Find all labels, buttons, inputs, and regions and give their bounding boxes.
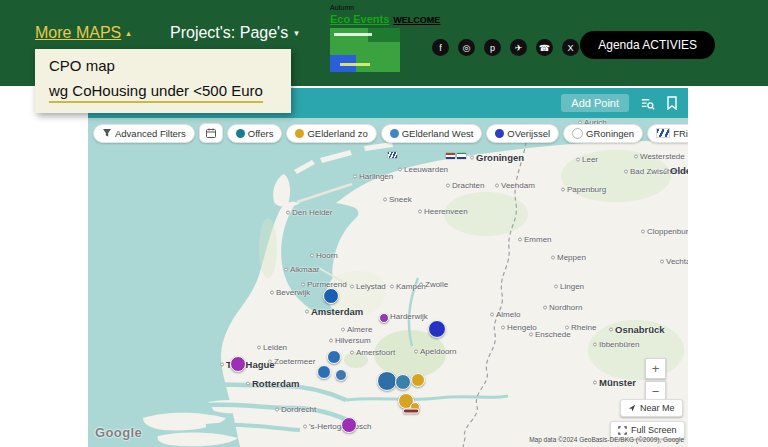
map-marker[interactable] <box>317 365 331 379</box>
city-label: Groningen <box>470 152 524 163</box>
add-point-button[interactable]: Add Point <box>561 94 629 112</box>
city-label: Zoetermeer <box>268 357 315 366</box>
city-dot-icon <box>350 284 354 288</box>
city-dot-icon <box>284 267 288 271</box>
map-marker[interactable] <box>395 374 411 390</box>
city-label: Dordrecht <box>275 405 316 414</box>
city-dot-icon <box>501 325 505 329</box>
map-marker[interactable] <box>411 373 425 387</box>
city-label: Beverwijk <box>270 288 310 297</box>
city-dot-icon <box>310 253 314 257</box>
city-label: Nordhorn <box>543 303 582 312</box>
filter-pill-gelderland-zo[interactable]: GElderland zo <box>286 124 376 143</box>
map-attribution[interactable]: Map data ©2024 GeoBasis-DE/BKG (©2009), … <box>529 436 684 443</box>
near-me-button[interactable]: Near Me <box>620 399 683 417</box>
map-canvas[interactable]: Advanced FiltersOffersGElderland zoGElde… <box>88 118 688 447</box>
city-label: Leeuwarden <box>398 165 448 174</box>
filter-pill-overijssel[interactable]: OVerijssel <box>486 124 559 143</box>
city-label: Papenburg <box>561 185 606 194</box>
city-dot-icon <box>576 157 580 161</box>
filter-pill-groningen[interactable]: GRoningen <box>563 124 643 143</box>
city-label: Amsterdam <box>305 306 363 317</box>
filter-pill-label: GElderland zo <box>307 128 367 139</box>
nav-projects-pages[interactable]: Project's: Page's ▾ <box>170 24 299 42</box>
city-label: Sneek <box>383 195 412 204</box>
filter-bar: Advanced FiltersOffersGElderland zoGElde… <box>93 122 688 144</box>
map-marker[interactable] <box>323 288 339 304</box>
city-label: Zwolle <box>419 280 448 289</box>
city-dot-icon <box>495 183 499 187</box>
city-label: Leer <box>576 155 598 164</box>
map-marker[interactable] <box>377 371 397 391</box>
zoom-in-button[interactable]: + <box>645 358 666 379</box>
search-list-icon[interactable] <box>640 96 655 111</box>
city-label: Alkmaar <box>284 265 319 274</box>
city-dot-icon <box>554 284 558 288</box>
city-label: Den Helder <box>286 208 332 217</box>
city-dot-icon <box>275 407 279 411</box>
filter-pill-label: Offers <box>248 128 274 139</box>
map-marker[interactable] <box>230 356 246 372</box>
city-dot-icon <box>414 349 418 353</box>
frisian-flag-icon <box>388 152 397 158</box>
x-icon[interactable]: X <box>562 39 579 56</box>
welcome-link[interactable]: WELCOME <box>393 15 440 25</box>
filter-pill-friesland[interactable]: FRiesland <box>647 124 688 143</box>
city-dot-icon <box>660 259 664 263</box>
facebook-icon[interactable]: f <box>432 39 449 56</box>
city-label: Oldenburg <box>664 165 688 176</box>
city-label: Westerstede <box>634 152 685 161</box>
agenda-activities-button[interactable]: Agenda ACTIVIES <box>580 31 715 59</box>
pinterest-icon[interactable]: p <box>484 39 501 56</box>
eco-events-link[interactable]: Eco Events <box>330 13 389 25</box>
filter-pill-label: GRoningen <box>586 128 634 139</box>
city-label: Almelo <box>490 310 520 319</box>
city-dot-icon <box>518 237 522 241</box>
city-label: Emmen <box>518 235 552 244</box>
city-label: Cloppenburg <box>641 227 688 236</box>
city-dot-icon <box>543 305 547 309</box>
city-dot-icon <box>446 183 450 187</box>
autumn-label: Autumn <box>330 4 404 12</box>
city-dot-icon <box>634 154 638 158</box>
nl-flag-icon <box>446 153 455 159</box>
basemap <box>88 118 688 447</box>
city-dot-icon <box>220 362 224 366</box>
city-dot-icon <box>257 345 261 349</box>
site-branding: Autumn Eco EventsWELCOME <box>330 4 404 72</box>
telegram-icon[interactable]: ✈ <box>510 39 527 56</box>
city-dot-icon <box>529 332 533 336</box>
nav-more-maps[interactable]: More MAPS ▴ <box>35 24 131 42</box>
bookmark-icon[interactable] <box>666 96 678 110</box>
city-dot-icon <box>246 381 250 385</box>
map-marker[interactable] <box>341 417 357 433</box>
filter-pill-label: Advanced Filters <box>115 128 186 139</box>
instagram-icon[interactable]: ◎ <box>458 39 475 56</box>
google-logo: Google <box>95 425 142 440</box>
city-label: Lelystad <box>350 282 386 291</box>
city-label: Lingen <box>554 282 584 291</box>
city-dot-icon <box>609 327 613 331</box>
map-marker[interactable] <box>403 409 419 414</box>
map-marker[interactable] <box>428 320 446 338</box>
social-icons: f◎p✈☎X <box>432 39 579 56</box>
city-label: Ibbenbüren <box>593 340 639 349</box>
filter-pill-offers[interactable]: Offers <box>227 124 283 143</box>
filter-pill-gelderland-west[interactable]: GElderland West <box>381 124 483 143</box>
city-label: Hoorn <box>310 251 338 260</box>
dropdown-item[interactable]: wg CoHousing under <500 Euro <box>49 77 263 103</box>
filter-pill-label: GElderland West <box>402 128 474 139</box>
projects-pages-label: Project's: Page's <box>170 24 288 42</box>
map-marker[interactable] <box>335 369 347 381</box>
filter-pill-calendar[interactable] <box>199 123 223 143</box>
caret-up-icon: ▴ <box>126 28 131 38</box>
city-dot-icon <box>353 174 357 178</box>
whatsapp-icon[interactable]: ☎ <box>536 39 553 56</box>
map-marker[interactable] <box>379 313 389 323</box>
city-label: Meppen <box>551 253 586 262</box>
city-label: Münster <box>593 377 636 388</box>
eco-events-thumbnail[interactable] <box>330 28 400 72</box>
filter-pill-advanced-filters[interactable]: Advanced Filters <box>93 124 195 143</box>
map-marker[interactable] <box>327 350 341 364</box>
city-label: 's-Hertogenbosch <box>303 422 371 431</box>
